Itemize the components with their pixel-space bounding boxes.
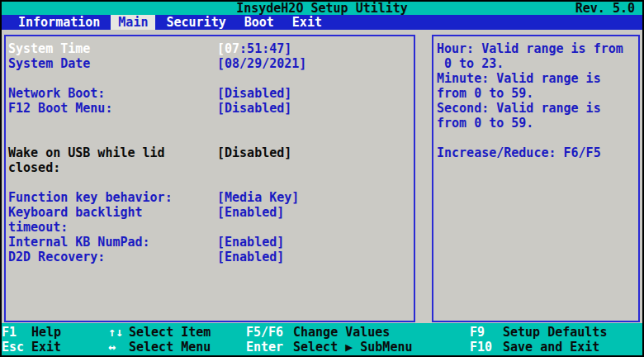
setting-row[interactable]: Internal KB NumPad:[Enabled] [8,235,414,250]
menu-bar: InformationMainSecurityBootExit [2,15,642,30]
help-action: Select ▶ SubMenu [293,340,470,355]
setting-value: [08/29/2021] [217,56,306,71]
help-line [437,131,638,145]
setting-row[interactable]: System Time[07:51:47] [8,41,414,56]
setting-row[interactable]: System Date[08/29/2021] [8,56,414,71]
help-bar: F1Help↑↓Select ItemF5/F6Change ValuesF9S… [2,323,642,355]
setting-row[interactable]: D2D Recovery:[Enabled] [8,250,414,264]
setting-row[interactable]: Network Boot:[Disabled] [8,86,414,101]
setting-value: [Disabled] [217,145,291,160]
settings-panel: System Time[07:51:47]System Date[08/29/2… [4,35,415,322]
spacer [8,175,414,190]
setting-value: [Enabled] [217,205,284,220]
app-title: InsydeH2O Setup Utility [236,1,408,16]
help-text: Hour: Valid range is from 0 to 23.Minute… [433,36,638,160]
help-bar-row: EscExit↔Select MenuEnterSelect ▶ SubMenu… [2,340,642,355]
menu-tab-main[interactable]: Main [111,15,155,30]
help-line: from 0 to 59. [437,86,638,101]
help-key: Enter [246,340,293,355]
help-key: F9 [470,325,503,340]
help-line: from 0 to 59. [437,116,638,131]
settings-list: System Time[07:51:47]System Date[08/29/2… [6,36,414,264]
help-key: F5/F6 [246,325,293,340]
help-action: Change Values [293,325,470,340]
spacer [8,71,414,86]
help-line: Second: Valid range is [437,101,638,116]
setting-label: Network Boot: [8,86,217,101]
help-bar-row: F1Help↑↓Select ItemF5/F6Change ValuesF9S… [2,325,642,340]
setting-row[interactable]: F12 Boot Menu:[Disabled] [8,101,414,116]
setting-label: Function key behavior: [8,190,217,205]
menu-tab-boot[interactable]: Boot [237,15,282,30]
content-area: System Time[07:51:47]System Date[08/29/2… [2,30,642,323]
setting-label: F12 Boot Menu: [8,101,217,116]
item-help-panel: Hour: Valid range is from 0 to 23.Minute… [432,35,640,322]
setting-value: [Enabled] [217,235,284,250]
help-line: Hour: Valid range is from [437,41,638,56]
setting-value: [Disabled] [217,86,291,101]
help-key: Esc [2,340,31,355]
setting-label: Keyboard backlighttimeout: [8,205,217,235]
help-action: Save and Exit [503,340,642,355]
bios-setup-screen: InsydeH2O Setup Utility Rev. 5.0 Informa… [0,0,644,357]
help-line: 0 to 23. [437,56,638,71]
help-action: Setup Defaults [503,325,642,340]
setting-row: Wake on USB while lidclosed:[Disabled] [8,145,414,175]
setting-label: Wake on USB while lidclosed: [8,145,217,175]
help-action: Help [31,325,108,340]
help-action: Select Menu [129,340,246,355]
setting-value: [Disabled] [217,101,291,116]
setting-label: System Date [8,56,217,71]
revision-label: Rev. 5.0 [575,2,635,15]
menu-tab-information[interactable]: Information [11,15,107,30]
help-key: ↔ [108,340,129,355]
setting-label: D2D Recovery: [8,250,217,264]
setting-value: [Enabled] [217,250,284,264]
setting-label: Internal KB NumPad: [8,235,217,250]
setting-label: System Time [8,41,217,56]
menu-tab-exit[interactable]: Exit [285,15,329,30]
setting-row[interactable]: Function key behavior:[Media Key] [8,190,414,205]
help-line: Minute: Valid range is [437,71,638,86]
help-key: F10 [470,340,503,355]
spacer [8,116,414,145]
menu-tab-security[interactable]: Security [159,15,233,30]
title-bar: InsydeH2O Setup Utility Rev. 5.0 [2,2,642,15]
setting-row[interactable]: Keyboard backlighttimeout:[Enabled] [8,205,414,235]
setting-value: [07:51:47] [217,41,291,56]
help-key: ↑↓ [108,325,129,340]
help-line: Increase/Reduce: F6/F5 [437,145,638,160]
help-key: F1 [2,325,31,340]
help-action: Select Item [129,325,246,340]
help-action: Exit [31,340,108,355]
setting-value: [Media Key] [217,190,299,205]
